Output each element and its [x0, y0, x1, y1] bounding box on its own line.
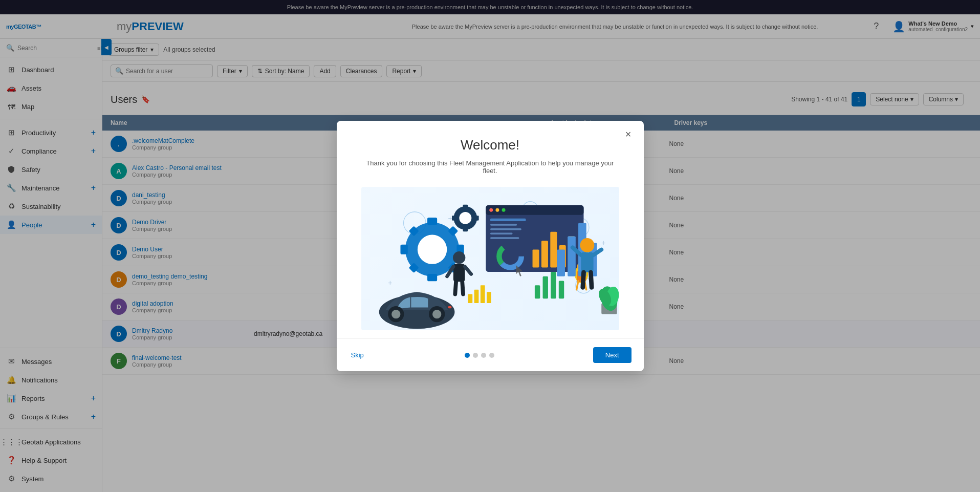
- svg-rect-35: [532, 250, 539, 268]
- welcome-illustration: + + + + +: [361, 187, 619, 330]
- modal-body: Welcome! Thank you for choosing this Fle…: [337, 121, 644, 338]
- svg-point-57: [391, 310, 400, 318]
- close-icon: ×: [625, 129, 631, 140]
- svg-rect-26: [486, 205, 583, 215]
- modal-title: Welcome!: [361, 137, 619, 153]
- svg-text:+: +: [448, 214, 452, 222]
- svg-point-67: [580, 238, 594, 252]
- svg-point-20: [459, 212, 471, 224]
- next-label: Next: [605, 351, 619, 359]
- svg-rect-34: [490, 237, 519, 239]
- svg-rect-79: [480, 285, 485, 303]
- svg-line-72: [591, 272, 592, 288]
- modal-overlay: × Welcome! Thank you for choosing this F…: [0, 0, 980, 492]
- svg-text:+: +: [388, 279, 392, 287]
- svg-rect-54: [558, 281, 563, 298]
- svg-rect-47: [557, 250, 565, 276]
- svg-rect-12: [427, 274, 437, 281]
- svg-point-10: [417, 235, 446, 264]
- svg-point-59: [432, 310, 441, 318]
- svg-line-66: [462, 282, 463, 294]
- svg-rect-22: [463, 228, 468, 232]
- small-yellow-chart: [468, 285, 491, 303]
- skip-button[interactable]: Skip: [349, 347, 366, 363]
- svg-rect-32: [490, 228, 521, 230]
- dot-2: [473, 353, 478, 358]
- svg-rect-52: [542, 276, 548, 298]
- svg-point-61: [453, 251, 465, 264]
- dot-4: [489, 353, 494, 358]
- skip-label: Skip: [351, 351, 364, 359]
- svg-rect-80: [487, 292, 491, 303]
- svg-rect-21: [463, 205, 468, 208]
- svg-rect-11: [427, 218, 437, 225]
- svg-rect-60: [448, 306, 451, 308]
- next-button[interactable]: Next: [593, 347, 631, 363]
- svg-point-28: [495, 208, 499, 212]
- modal-footer: Skip Next: [337, 338, 644, 371]
- svg-rect-31: [490, 224, 517, 225]
- vehicle: [379, 292, 454, 329]
- modal-close-button[interactable]: ×: [621, 127, 636, 141]
- svg-line-65: [455, 282, 456, 294]
- svg-rect-77: [468, 294, 472, 303]
- svg-rect-78: [474, 290, 478, 303]
- progress-dots: [465, 353, 494, 358]
- plant: [596, 285, 619, 314]
- svg-text:+: +: [601, 239, 605, 247]
- svg-rect-48: [568, 237, 576, 276]
- svg-rect-30: [490, 219, 526, 221]
- modal-subtitle: Thank you for choosing this Fleet Manage…: [361, 159, 619, 175]
- dot-3: [481, 353, 486, 358]
- svg-point-27: [489, 208, 493, 212]
- svg-line-71: [582, 272, 583, 288]
- svg-rect-51: [534, 285, 539, 298]
- welcome-modal: × Welcome! Thank you for choosing this F…: [337, 121, 644, 371]
- svg-rect-53: [551, 272, 556, 298]
- svg-line-45: [576, 281, 578, 289]
- dot-1: [465, 353, 470, 358]
- svg-rect-24: [475, 216, 478, 221]
- svg-rect-23: [452, 216, 455, 221]
- svg-rect-13: [400, 245, 407, 254]
- svg-rect-33: [490, 233, 512, 234]
- modal-illustration: + + + + +: [361, 187, 619, 330]
- svg-rect-36: [541, 241, 548, 267]
- svg-point-29: [502, 208, 505, 212]
- svg-rect-37: [550, 232, 557, 268]
- svg-line-64: [465, 267, 471, 274]
